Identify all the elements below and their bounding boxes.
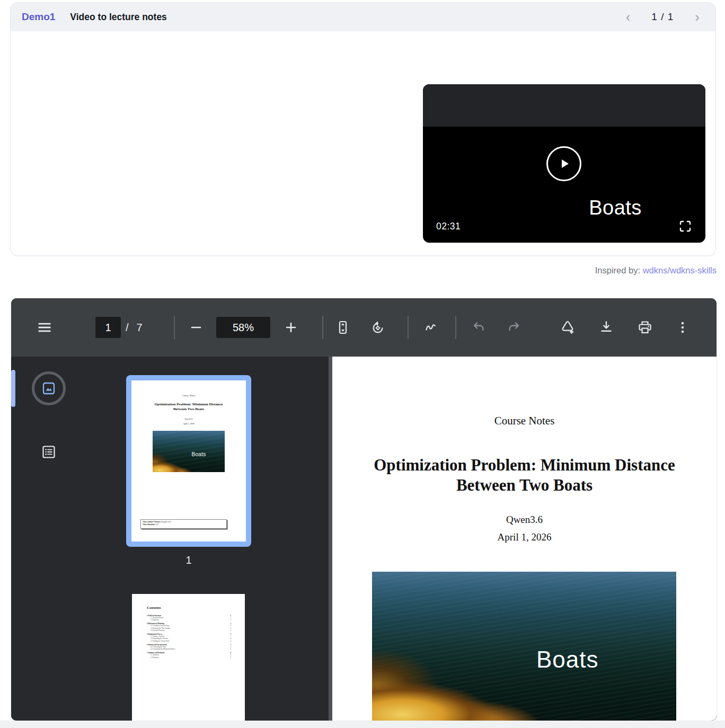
rotate-icon[interactable] xyxy=(366,315,390,340)
print-icon[interactable] xyxy=(633,315,657,340)
pdf-toolbar: 1 / 7 58% xyxy=(11,298,717,357)
video-overlay-title: Boats xyxy=(589,197,642,219)
demo-card: Demo1 Video to lecture notes ‹ 1 / 1 › B… xyxy=(10,2,716,256)
thumb2-toc: 1 Problem Statement21.1 Scenario Details… xyxy=(147,613,231,659)
toc-row: 5.2 Remarks6 xyxy=(147,656,231,659)
toolbar-separator xyxy=(455,316,456,339)
mini-doc-author: Qwen3.6 xyxy=(131,418,246,420)
redo-icon[interactable] xyxy=(501,315,525,340)
add-annotation-icon[interactable] xyxy=(555,315,580,340)
doc-date: April 1, 2026 xyxy=(332,531,717,543)
annotate-draw-icon[interactable] xyxy=(419,315,444,340)
toc-row: 4.2 Calculating the Minimum Distance5 xyxy=(147,648,231,650)
mini-video-meta-box: Video Author/Channel: IntegralCALC Video… xyxy=(140,519,227,529)
video-player[interactable]: Boats 02:31 xyxy=(423,84,705,243)
demo-card-header: Demo1 Video to lecture notes ‹ 1 / 1 › xyxy=(11,3,715,31)
pdf-page-view[interactable]: Course Notes Optimization Problem: Minim… xyxy=(332,357,717,721)
mini-boats-figure: Boats xyxy=(153,431,225,472)
page-count: / 7 xyxy=(126,298,143,357)
pdf-body: Course Notes Optimization Problem: Minim… xyxy=(11,357,717,721)
document-outline-icon xyxy=(41,444,57,460)
mini-doc-title: Optimization Problem: Minimum Distance B… xyxy=(131,402,246,412)
toolbar-separator xyxy=(322,316,323,339)
doc-author: Qwen3.6 xyxy=(332,514,717,526)
demo-page-indicator: 1 / 1 xyxy=(651,11,674,23)
sidebar-resizer[interactable] xyxy=(329,357,332,721)
menu-icon[interactable] xyxy=(32,315,57,340)
toc-row: 1.2 Objective2 xyxy=(147,619,231,621)
play-icon xyxy=(556,156,572,172)
horizontal-scrollbar-track[interactable] xyxy=(0,721,725,728)
zoom-level-display: 58% xyxy=(216,317,270,338)
toolbar-separator xyxy=(408,316,409,339)
toc-row: 3.3 Finding the Critical Point4 xyxy=(147,640,231,642)
pdf-viewer: 1 / 7 58% xyxy=(11,298,717,721)
page-number-input[interactable]: 1 xyxy=(95,317,121,338)
doc-title: Optimization Problem: Minimum Distance B… xyxy=(332,455,717,495)
chevron-left-icon[interactable]: ‹ xyxy=(626,10,631,24)
toc-heading: Contents xyxy=(147,606,161,610)
undo-icon[interactable] xyxy=(467,315,492,340)
outline-view-button[interactable] xyxy=(41,444,57,460)
toolbar-separator xyxy=(174,316,175,339)
play-button[interactable] xyxy=(546,146,581,181)
thumbnail-page-1-label: 1 xyxy=(126,554,251,566)
sidebar-selected-indicator xyxy=(11,370,15,407)
demo-tab[interactable]: Demo1 xyxy=(22,11,55,23)
video-letterbox-band xyxy=(423,84,705,127)
mini-doc-header: Course Notes xyxy=(131,394,246,397)
attribution-line: Inspired by: wdkns/wdkns-skills xyxy=(595,265,717,276)
video-duration: 02:31 xyxy=(436,221,461,232)
thumbnail-page-2[interactable]: Contents 1 Problem Statement21.1 Scenari… xyxy=(132,594,245,721)
attribution-link[interactable]: wdkns/wdkns-skills xyxy=(643,265,717,275)
demo-pager: ‹ 1 / 1 › xyxy=(626,10,700,24)
fit-to-page-icon[interactable] xyxy=(331,315,355,340)
boats-figure: Boats xyxy=(372,572,676,721)
download-icon[interactable] xyxy=(594,315,618,340)
image-thumbnails-icon xyxy=(41,380,57,396)
page-total: 7 xyxy=(137,322,143,334)
more-options-icon[interactable] xyxy=(670,315,695,340)
zoom-out-icon[interactable] xyxy=(184,315,208,340)
zoom-in-icon[interactable] xyxy=(279,315,303,340)
page-divider: / xyxy=(126,322,129,334)
thumbnail-page-1[interactable]: Course Notes Optimization Problem: Minim… xyxy=(126,375,251,547)
fullscreen-icon[interactable] xyxy=(679,220,692,233)
attribution-prefix: Inspired by: xyxy=(595,265,640,275)
chevron-right-icon[interactable]: › xyxy=(695,10,700,24)
mini-doc-date: April 1, 2026 xyxy=(131,422,246,425)
doc-header: Course Notes xyxy=(332,414,717,428)
thumbnail-page-1-preview: Course Notes Optimization Problem: Minim… xyxy=(131,380,246,541)
demo-title: Video to lecture notes xyxy=(70,12,167,23)
thumbnails-view-button[interactable] xyxy=(32,371,66,405)
toc-row: 2.3 Position Functions3 xyxy=(147,629,231,632)
